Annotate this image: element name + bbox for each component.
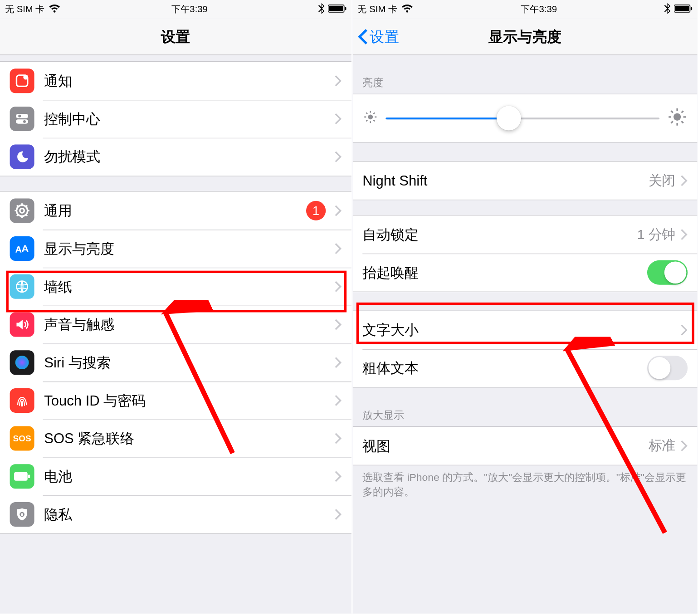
row-siri[interactable]: Siri 与搜索 (0, 343, 351, 381)
chevron-right-icon (334, 394, 342, 406)
row-text-size[interactable]: 文字大小 (353, 311, 698, 349)
bold-text-switch[interactable] (647, 356, 688, 380)
slider-thumb[interactable] (497, 106, 521, 131)
row-control-center[interactable]: 控制中心 (0, 100, 351, 138)
page-title: 显示与亮度 (488, 27, 562, 46)
moon-icon (10, 145, 34, 169)
svg-line-36 (374, 112, 375, 114)
svg-point-10 (20, 209, 24, 213)
row-label: 自动锁定 (362, 225, 637, 244)
control-center-icon (10, 107, 34, 131)
chevron-right-icon (334, 470, 342, 483)
display-brightness-screen: 无 SIM 卡 下午3:39 设置 显示与亮度 亮度 (353, 0, 698, 614)
row-label: Touch ID 与密码 (44, 391, 334, 410)
row-sounds[interactable]: 声音与触感 (0, 306, 351, 344)
row-battery[interactable]: 电池 (0, 457, 351, 495)
row-bold-text[interactable]: 粗体文本 (353, 349, 698, 387)
slider-track[interactable] (386, 117, 659, 119)
badge-count: 1 (306, 201, 326, 220)
row-label: 通用 (44, 201, 306, 220)
zoom-footer: 选取查看 iPhone 的方式。"放大"会显示更大的控制项。"标准"会显示更多的… (353, 465, 698, 508)
svg-point-4 (23, 75, 28, 80)
row-display-brightness[interactable]: ᴀA 显示与亮度 (0, 230, 351, 268)
page-title: 设置 (161, 27, 190, 46)
svg-rect-2 (345, 7, 346, 10)
chevron-right-icon (334, 280, 342, 293)
row-label: 视图 (362, 436, 648, 455)
row-notifications[interactable]: 通知 (0, 62, 351, 100)
chevron-right-icon (334, 357, 342, 369)
svg-point-19 (16, 281, 27, 292)
svg-line-43 (671, 111, 673, 112)
row-label: 电池 (44, 467, 334, 486)
svg-rect-7 (16, 119, 28, 123)
chevron-right-icon (334, 243, 342, 255)
chevron-right-icon (334, 318, 342, 331)
battery-icon (328, 4, 347, 15)
brightness-slider[interactable] (353, 94, 698, 143)
row-privacy[interactable]: 隐私 (0, 495, 351, 533)
clock-label: 下午3:39 (521, 3, 557, 15)
sun-small-icon (364, 110, 377, 126)
row-label: 隐私 (44, 505, 334, 524)
chevron-right-icon (334, 432, 342, 445)
svg-line-44 (682, 121, 683, 123)
svg-point-29 (368, 114, 373, 119)
row-raise-to-wake[interactable]: 抬起唤醒 (353, 254, 698, 292)
svg-rect-24 (21, 513, 23, 516)
settings-screen: 无 SIM 卡 下午3:39 设置 通知 (0, 0, 353, 614)
svg-point-20 (15, 356, 29, 369)
svg-point-38 (674, 113, 681, 121)
row-touchid[interactable]: Touch ID 与密码 (0, 381, 351, 420)
raise-to-wake-switch[interactable] (647, 260, 688, 285)
svg-line-34 (366, 112, 367, 114)
svg-line-35 (374, 120, 375, 122)
row-label: Night Shift (362, 172, 648, 189)
sound-icon (10, 313, 34, 337)
back-button[interactable]: 设置 (357, 19, 399, 55)
row-value: 标准 (649, 437, 675, 455)
sun-big-icon (668, 108, 687, 129)
row-sos[interactable]: SOS SOS 紧急联络 (0, 420, 351, 458)
row-auto-lock[interactable]: 自动锁定 1 分钟 (353, 215, 698, 254)
status-bar: 无 SIM 卡 下午3:39 (0, 0, 351, 19)
row-value: 关闭 (649, 171, 675, 190)
row-general[interactable]: 通用 1 (0, 192, 351, 230)
svg-rect-5 (16, 114, 28, 118)
wifi-icon (401, 4, 413, 15)
chevron-right-icon (334, 151, 342, 163)
row-label: 勿扰模式 (44, 147, 334, 166)
row-label: 墙纸 (44, 277, 334, 296)
gear-icon (10, 198, 34, 223)
row-label: 粗体文本 (362, 358, 647, 377)
row-label: 控制中心 (44, 109, 334, 128)
row-view[interactable]: 视图 标准 (353, 427, 698, 465)
row-night-shift[interactable]: Night Shift 关闭 (353, 161, 698, 200)
siri-icon (10, 350, 34, 375)
notifications-icon (10, 68, 34, 93)
battery-row-icon (10, 464, 34, 489)
svg-line-37 (366, 120, 367, 122)
svg-rect-1 (329, 5, 343, 11)
svg-rect-28 (691, 7, 692, 10)
row-label: Siri 与搜索 (44, 353, 334, 372)
chevron-right-icon (334, 112, 342, 125)
svg-rect-21 (14, 472, 28, 481)
svg-point-6 (18, 115, 21, 117)
row-value: 1 分钟 (637, 225, 675, 244)
wallpaper-icon (10, 274, 34, 299)
row-do-not-disturb[interactable]: 勿扰模式 (0, 138, 351, 176)
row-label: 显示与亮度 (44, 239, 334, 258)
row-label: SOS 紧急联络 (44, 429, 334, 448)
carrier-label: 无 SIM 卡 (357, 3, 397, 15)
row-label: 文字大小 (362, 321, 680, 340)
status-bar: 无 SIM 卡 下午3:39 (353, 0, 698, 19)
chevron-right-icon (680, 440, 688, 452)
chevron-right-icon (334, 508, 342, 521)
row-wallpaper[interactable]: 墙纸 (0, 268, 351, 306)
battery-icon (674, 4, 693, 15)
chevron-right-icon (334, 205, 342, 217)
privacy-icon (10, 502, 34, 527)
back-label: 设置 (370, 27, 399, 46)
zoom-header: 放大显示 (353, 402, 698, 426)
